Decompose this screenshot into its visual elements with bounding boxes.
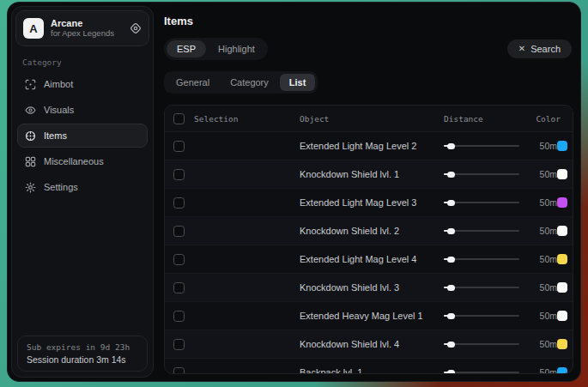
slider-thumb[interactable]: [447, 285, 455, 291]
distance-slider[interactable]: [444, 197, 519, 208]
slider-track: [444, 315, 519, 317]
distance-value: 50m: [523, 169, 557, 179]
distance-value: 50m: [523, 141, 557, 151]
row-checkbox[interactable]: [173, 169, 185, 180]
color-swatch[interactable]: [557, 169, 567, 179]
gear-icon: [25, 182, 36, 193]
table-row: Extended Light Mag Level 2 50m: [165, 132, 573, 160]
color-swatch[interactable]: [557, 339, 567, 349]
slider-thumb[interactable]: [447, 200, 455, 206]
slider-track: [444, 145, 519, 147]
slider-thumb[interactable]: [447, 257, 455, 263]
distance-slider[interactable]: [444, 226, 519, 236]
search-icon: ✕: [518, 45, 525, 53]
distance-value: 50m: [523, 226, 557, 236]
mode-tab-esp[interactable]: ESP: [167, 40, 206, 57]
mode-tab-highlight[interactable]: Highlight: [208, 40, 265, 57]
column-header-selection: Selection: [194, 114, 300, 124]
table-row: Knockdown Shield lvl. 3 50m: [165, 274, 573, 302]
row-checkbox[interactable]: [173, 254, 185, 265]
category-section-label: Category: [22, 57, 142, 67]
slider-track: [444, 202, 519, 203]
brand-text: Arcane for Apex Legends: [51, 18, 114, 39]
sidebar-item-aimbot[interactable]: Aimbot: [17, 72, 148, 96]
distance-slider[interactable]: [444, 339, 519, 349]
color-swatch[interactable]: [557, 141, 567, 151]
slider-thumb[interactable]: [447, 342, 455, 348]
row-checkbox[interactable]: [173, 339, 185, 350]
distance-slider[interactable]: [444, 282, 519, 293]
page-title: Items: [164, 15, 573, 27]
sidebar-item-label: Miscellaneous: [44, 156, 104, 166]
sidebar-item-settings[interactable]: Settings: [17, 175, 148, 199]
slider-thumb[interactable]: [447, 313, 455, 319]
compass-icon[interactable]: [130, 22, 142, 34]
distance-slider[interactable]: [444, 367, 519, 374]
sidebar-item-items[interactable]: Items: [17, 124, 148, 148]
distance-value: 50m: [523, 339, 557, 349]
view-tab-general[interactable]: General: [167, 74, 219, 91]
color-swatch[interactable]: [557, 226, 567, 236]
sidebar-spacer: [15, 200, 149, 334]
table-row: Knockdown Shield lvl. 4 50m: [165, 330, 573, 359]
column-header-distance: Distance: [444, 114, 523, 124]
color-swatch[interactable]: [557, 197, 567, 208]
distance-slider[interactable]: [444, 169, 519, 179]
object-name: Extended Light Mag Level 3: [300, 197, 444, 208]
grid-icon: [25, 156, 36, 167]
table-row: Backpack lvl. 1 50m: [165, 359, 573, 374]
slider-track: [444, 173, 519, 175]
slider-thumb[interactable]: [447, 143, 455, 149]
object-name: Knockdown Shield lvl. 4: [300, 339, 444, 349]
color-swatch[interactable]: [557, 367, 567, 374]
sidebar-item-label: Aimbot: [44, 79, 73, 89]
app-name: Arcane: [51, 18, 114, 28]
sidebar-item-miscellaneous[interactable]: Miscellaneous: [17, 149, 148, 173]
distance-value: 50m: [523, 282, 557, 293]
eye-icon: [25, 105, 36, 116]
brand-card: A Arcane for Apex Legends: [15, 10, 149, 46]
row-checkbox[interactable]: [173, 311, 185, 322]
column-header-color: Color: [523, 114, 564, 124]
object-name: Knockdown Shield lvl. 2: [300, 226, 444, 236]
distance-value: 50m: [523, 367, 557, 374]
color-swatch[interactable]: [557, 254, 567, 264]
distance-slider[interactable]: [444, 311, 519, 321]
search-button[interactable]: ✕ Search: [507, 39, 572, 58]
row-checkbox[interactable]: [173, 226, 185, 237]
object-name: Knockdown Shield lvl. 3: [300, 282, 444, 293]
slider-thumb[interactable]: [447, 370, 455, 375]
main-panel: Items ESP Highlight ✕ Search General Cat…: [154, 6, 577, 378]
color-swatch[interactable]: [557, 282, 567, 293]
session-info-card: Sub expires in 9d 23h Session duration 3…: [17, 336, 148, 372]
sidebar-item-visuals[interactable]: Visuals: [17, 98, 148, 122]
view-tab-category[interactable]: Category: [221, 74, 278, 91]
items-table: Selection Object Distance Color Extended…: [164, 105, 573, 374]
row-checkbox[interactable]: [173, 141, 185, 152]
color-swatch[interactable]: [557, 311, 567, 321]
distance-value: 50m: [523, 311, 557, 321]
toolbar: ESP Highlight ✕ Search: [164, 38, 572, 60]
app-logo: A: [23, 18, 44, 39]
select-all-checkbox[interactable]: [173, 113, 185, 124]
sidebar-item-label: Items: [44, 130, 67, 141]
row-checkbox[interactable]: [173, 282, 185, 293]
table-row: Extended Light Mag Level 3 50m: [165, 189, 573, 217]
app-logo-letter: A: [29, 22, 37, 35]
slider-track: [444, 258, 519, 260]
app-subtitle: for Apex Legends: [51, 29, 114, 38]
table-row: Extended Light Mag Level 4 50m: [165, 245, 573, 274]
row-checkbox[interactable]: [173, 197, 185, 209]
slider-track: [444, 343, 519, 345]
view-tab-list[interactable]: List: [280, 74, 316, 91]
app-window: A Arcane for Apex Legends Category Aimbo…: [7, 2, 581, 382]
row-checkbox[interactable]: [173, 367, 185, 375]
crosshair-icon: [25, 79, 36, 90]
distance-slider[interactable]: [444, 254, 519, 264]
slider-thumb[interactable]: [447, 172, 455, 178]
table-row: Knockdown Shield lvl. 2 50m: [165, 217, 573, 245]
distance-slider[interactable]: [444, 141, 519, 151]
slider-thumb[interactable]: [447, 228, 455, 234]
mode-tab-group: ESP Highlight: [164, 38, 268, 60]
distance-value: 50m: [523, 254, 557, 264]
